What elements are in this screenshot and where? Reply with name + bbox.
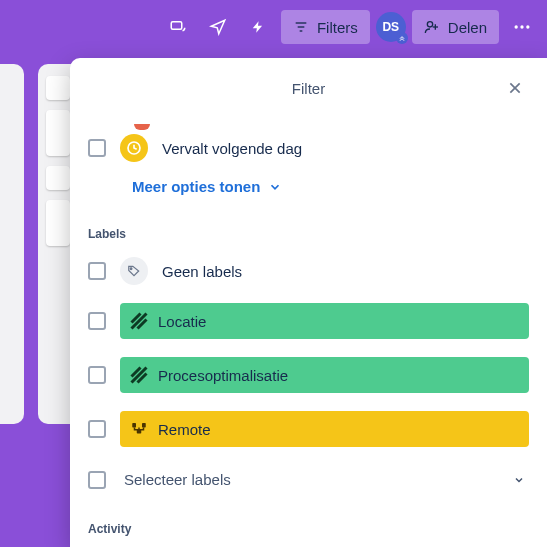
- label-name: Locatie: [158, 313, 206, 330]
- label-pill-proces[interactable]: Procesoptimalisatie: [120, 357, 529, 393]
- filters-button[interactable]: Filters: [281, 10, 370, 44]
- labels-section-title: Labels: [88, 227, 529, 241]
- label-pill-locatie[interactable]: Locatie: [120, 303, 529, 339]
- share-button-label: Delen: [448, 19, 487, 36]
- svg-rect-15: [142, 423, 146, 428]
- label-pill-remote[interactable]: Remote: [120, 411, 529, 447]
- filters-button-label: Filters: [317, 19, 358, 36]
- checkbox-expires-next-day[interactable]: [88, 139, 106, 157]
- checkbox-label-locatie[interactable]: [88, 312, 106, 330]
- label-row-none: Geen labels: [88, 251, 529, 291]
- due-option-row: Vervalt volgende dag: [88, 128, 529, 168]
- board-column: [0, 64, 24, 424]
- svg-point-7: [515, 25, 518, 28]
- top-toolbar: Filters DS Delen: [0, 0, 547, 54]
- pattern-icon: [130, 366, 148, 384]
- svg-point-8: [520, 25, 523, 28]
- tag-icon: [120, 257, 148, 285]
- activity-section-title: Activity: [88, 522, 529, 536]
- svg-point-9: [526, 25, 529, 28]
- label-row: Remote: [88, 405, 529, 453]
- chevron-down-icon: [513, 474, 525, 486]
- avatar[interactable]: DS: [376, 12, 406, 42]
- pattern-icon: [130, 312, 148, 330]
- svg-rect-0: [171, 22, 182, 30]
- pattern-icon: [130, 420, 148, 438]
- svg-rect-14: [132, 423, 136, 428]
- bolt-icon[interactable]: [241, 10, 275, 44]
- svg-point-13: [130, 268, 132, 270]
- clock-icon: [120, 134, 148, 162]
- more-menu-icon[interactable]: [505, 10, 539, 44]
- avatar-initials: DS: [382, 20, 399, 34]
- avatar-badge-icon: [396, 32, 408, 44]
- select-labels-text: Selecteer labels: [124, 471, 231, 488]
- show-more-label: Meer opties tonen: [132, 178, 260, 195]
- share-button[interactable]: Delen: [412, 10, 499, 44]
- no-labels-text: Geen labels: [162, 263, 242, 280]
- checkbox-select-labels[interactable]: [88, 471, 106, 489]
- checkbox-label-remote[interactable]: [88, 420, 106, 438]
- select-labels-row: Selecteer labels: [88, 459, 529, 500]
- chevron-down-icon: [268, 180, 282, 194]
- label-name: Procesoptimalisatie: [158, 367, 288, 384]
- label-row: Locatie: [88, 297, 529, 345]
- label-row: Procesoptimalisatie: [88, 351, 529, 399]
- close-icon[interactable]: [501, 74, 529, 102]
- panel-title: Filter: [292, 80, 325, 97]
- svg-point-4: [427, 22, 432, 27]
- checkbox-label-proces[interactable]: [88, 366, 106, 384]
- due-option-label: Vervalt volgende dag: [162, 140, 302, 157]
- automation-icon[interactable]: [161, 10, 195, 44]
- show-more-options[interactable]: Meer opties tonen: [132, 178, 282, 195]
- checkbox-no-labels[interactable]: [88, 262, 106, 280]
- panel-header: Filter: [88, 74, 529, 102]
- select-labels-dropdown[interactable]: Selecteer labels: [120, 463, 529, 496]
- filter-panel: Filter Vervalt volgende dag Meer opties …: [70, 58, 547, 547]
- label-name: Remote: [158, 421, 211, 438]
- send-icon[interactable]: [201, 10, 235, 44]
